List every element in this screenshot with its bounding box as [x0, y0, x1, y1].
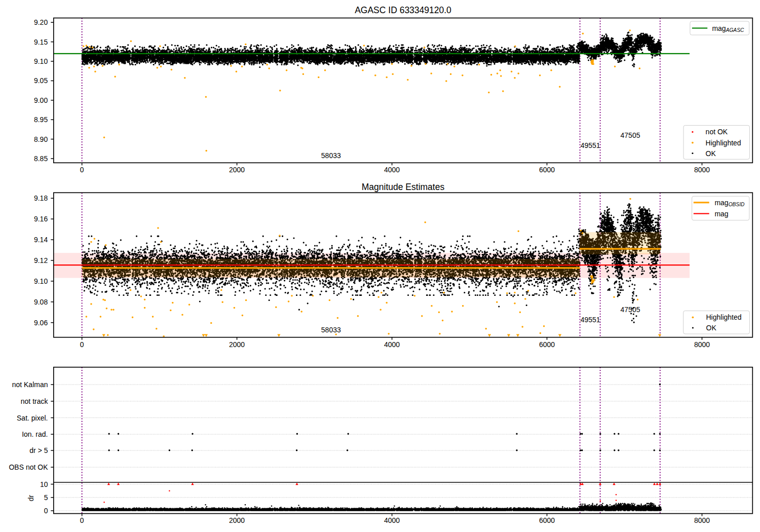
svg-text:49551: 49551 — [581, 316, 600, 324]
svg-text:6000: 6000 — [539, 516, 555, 524]
svg-text:9.15: 9.15 — [34, 38, 48, 46]
svg-text:0: 0 — [80, 166, 84, 174]
svg-text:5: 5 — [44, 493, 48, 502]
svg-text:58033: 58033 — [321, 151, 341, 160]
svg-text:mag: mag — [714, 210, 728, 218]
svg-text:8.95: 8.95 — [34, 116, 48, 124]
svg-text:dr > 5: dr > 5 — [29, 446, 48, 454]
svg-text:OK: OK — [706, 324, 717, 332]
svg-text:Magnitude Estimates: Magnitude Estimates — [362, 182, 445, 192]
svg-text:Sat. pixel.: Sat. pixel. — [17, 414, 48, 422]
svg-text:not OK: not OK — [706, 128, 728, 136]
svg-text:4000: 4000 — [384, 166, 400, 174]
svg-text:0: 0 — [80, 516, 84, 524]
svg-text:4000: 4000 — [384, 340, 400, 349]
svg-text:8.85: 8.85 — [34, 155, 48, 163]
svg-text:OK: OK — [706, 149, 716, 158]
svg-text:49551: 49551 — [581, 141, 600, 149]
svg-text:not Kalman: not Kalman — [12, 381, 48, 389]
svg-text:9.10: 9.10 — [34, 57, 48, 65]
svg-text:OBS not OK: OBS not OK — [9, 463, 48, 471]
svg-text:2000: 2000 — [229, 166, 245, 174]
svg-text:0: 0 — [80, 340, 84, 349]
svg-text:6000: 6000 — [539, 166, 555, 174]
svg-text:Highlighted: Highlighted — [706, 139, 741, 147]
svg-text:9.16: 9.16 — [34, 215, 48, 223]
svg-text:9.18: 9.18 — [34, 194, 48, 202]
svg-text:9.05: 9.05 — [34, 77, 48, 85]
svg-text:9.14: 9.14 — [34, 236, 48, 244]
svg-text:Highlighted: Highlighted — [706, 313, 742, 321]
svg-text:8000: 8000 — [694, 166, 710, 174]
svg-text:9.06: 9.06 — [34, 319, 48, 327]
svg-text:9.10: 9.10 — [34, 277, 48, 285]
svg-text:47505: 47505 — [621, 131, 640, 139]
svg-text:8000: 8000 — [694, 516, 710, 524]
svg-text:6000: 6000 — [539, 340, 555, 349]
svg-text:9.00: 9.00 — [34, 96, 48, 104]
svg-text:Ion. rad.: Ion. rad. — [22, 430, 48, 438]
svg-text:8.90: 8.90 — [34, 135, 48, 143]
svg-text:47505: 47505 — [621, 306, 640, 314]
svg-text:2000: 2000 — [229, 516, 245, 524]
svg-text:0: 0 — [44, 507, 48, 515]
svg-text:4000: 4000 — [384, 516, 400, 524]
svg-text:9.12: 9.12 — [34, 256, 48, 264]
svg-text:8000: 8000 — [694, 340, 710, 349]
svg-text:9.20: 9.20 — [34, 18, 48, 26]
svg-text:2000: 2000 — [229, 340, 245, 349]
svg-text:10: 10 — [40, 480, 48, 488]
svg-text:9.08: 9.08 — [34, 298, 48, 306]
svg-text:dr: dr — [27, 495, 35, 501]
svg-text:not track: not track — [21, 397, 49, 405]
svg-text:AGASC ID 633349120.0: AGASC ID 633349120.0 — [355, 5, 451, 15]
svg-text:58033: 58033 — [321, 326, 341, 334]
